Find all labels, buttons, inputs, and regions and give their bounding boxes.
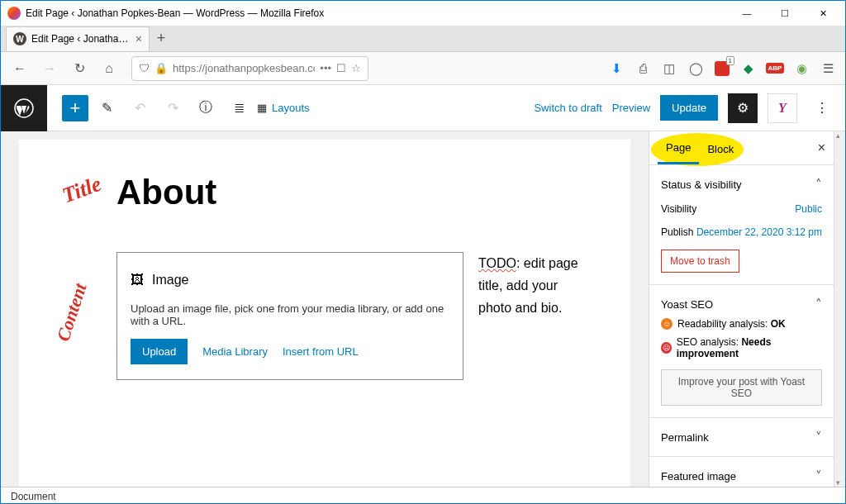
readability-dot-icon: ☺ <box>661 318 673 330</box>
browser-tabs: W Edit Page ‹ Jonathan Popkes-B × + <box>1 26 845 52</box>
edit-modes-button[interactable]: ✎ <box>92 93 121 123</box>
chevron-down-icon: ˅ <box>815 430 822 445</box>
more-options-button[interactable]: ⋮ <box>807 93 837 123</box>
layouts-button[interactable]: ▦Layouts <box>257 102 310 114</box>
download-icon[interactable]: ⬇ <box>606 58 627 79</box>
shield-icon[interactable]: 🛡 <box>139 62 150 74</box>
tab-block[interactable]: Block <box>699 133 742 164</box>
account-icon[interactable]: ◯ <box>685 58 706 79</box>
reader-icon[interactable]: ☐ <box>336 62 346 74</box>
todo-label: TODO <box>478 256 516 270</box>
vertical-scrollbar[interactable] <box>834 131 845 487</box>
chevron-up-icon: ˄ <box>815 177 822 192</box>
redo-button[interactable]: ↷ <box>158 93 188 123</box>
tab-label: Edit Page ‹ Jonathan Popkes-B <box>31 33 131 45</box>
window-maximize[interactable]: ☐ <box>766 2 804 25</box>
window-minimize[interactable]: — <box>728 2 766 25</box>
chevron-down-icon: ˅ <box>815 468 822 483</box>
url-input[interactable] <box>173 62 315 74</box>
hamburger-menu[interactable]: ☰ <box>817 58 839 79</box>
chevron-up-icon: ˄ <box>815 297 822 311</box>
window-title: Edit Page ‹ Jonathan Popkes-Bean — WordP… <box>26 7 728 19</box>
readability-value: OK <box>771 318 786 330</box>
undo-button[interactable]: ↶ <box>125 93 154 123</box>
switch-to-draft[interactable]: Switch to draft <box>534 102 601 114</box>
extension-icon-1[interactable]: 1 <box>711 58 733 79</box>
settings-gear-button[interactable]: ⚙ <box>728 93 758 123</box>
library-icon[interactable]: ⎙ <box>632 58 654 79</box>
url-bar[interactable]: 🛡 🔒 ••• ☐ ☆ <box>131 56 368 81</box>
more-icon[interactable]: ••• <box>320 62 331 74</box>
image-icon: 🖼 <box>131 273 144 288</box>
browser-navbar: ← → ↻ ⌂ 🛡 🔒 ••• ☐ ☆ ⬇ ⎙ ◫ ◯ 1 ◆ ABP ◉ ☰ <box>1 52 845 85</box>
paragraph-block[interactable]: TODO: edit page title, add your photo an… <box>478 252 586 380</box>
permalink-panel[interactable]: Permalink ˅ <box>661 430 822 445</box>
info-button[interactable]: ⓘ <box>191 93 221 123</box>
sidebar-icon[interactable]: ◫ <box>658 58 680 79</box>
wp-toolbar: + ✎ ↶ ↷ ⓘ ≣ ▦Layouts Switch to draft Pre… <box>1 85 845 131</box>
tab-close-icon[interactable]: × <box>135 32 142 45</box>
publish-value[interactable]: December 22, 2020 3:12 pm <box>696 226 822 238</box>
visibility-label: Visibility <box>661 203 696 215</box>
window-titlebar: Edit Page ‹ Jonathan Popkes-Bean — WordP… <box>1 1 845 26</box>
window-close[interactable]: ✕ <box>804 2 842 25</box>
wordpress-favicon: W <box>13 32 26 45</box>
visibility-value[interactable]: Public <box>795 203 822 215</box>
editor-canvas-area: Title Content About 🖼 Image Upload an im… <box>1 131 649 487</box>
image-block-desc: Upload an image file, pick one from your… <box>131 302 449 327</box>
image-block-heading: Image <box>152 273 188 288</box>
update-button[interactable]: Update <box>660 95 718 121</box>
forward-button[interactable]: → <box>37 56 62 81</box>
improve-yoast-button[interactable]: Improve your post with Yoast SEO <box>661 369 822 406</box>
move-to-trash-button[interactable]: Move to trash <box>661 250 739 273</box>
extension-icon-2[interactable]: ◆ <box>738 58 759 79</box>
tab-page[interactable]: Page <box>658 131 699 164</box>
image-block[interactable]: 🖼 Image Upload an image file, pick one f… <box>116 252 463 380</box>
lock-icon: 🔒 <box>154 62 168 74</box>
back-button[interactable]: ← <box>7 56 32 81</box>
status-text: Document <box>11 491 56 502</box>
media-library-link[interactable]: Media Library <box>202 345 268 358</box>
new-tab-button[interactable]: + <box>150 27 173 50</box>
home-button[interactable]: ⌂ <box>97 56 121 81</box>
browser-tab[interactable]: W Edit Page ‹ Jonathan Popkes-B × <box>6 26 150 51</box>
bookmark-icon[interactable]: ☆ <box>351 62 361 74</box>
sidebar-close-icon[interactable]: × <box>818 140 825 155</box>
yoast-button[interactable]: Y <box>768 93 797 123</box>
adblock-icon[interactable]: ABP <box>764 58 786 79</box>
page-title[interactable]: About <box>116 173 614 212</box>
outline-button[interactable]: ≣ <box>224 93 254 123</box>
featured-image-panel[interactable]: Featured image ˅ <box>661 468 822 483</box>
add-block-button[interactable]: + <box>62 95 88 121</box>
annotation-title: Title <box>59 172 104 209</box>
seo-dot-icon: ☹ <box>661 342 672 354</box>
upload-button[interactable]: Upload <box>131 339 188 364</box>
extension-icon-3[interactable]: ◉ <box>791 58 812 79</box>
yoast-seo-panel[interactable]: Yoast SEO ˄ <box>661 297 822 311</box>
insert-from-url-link[interactable]: Insert from URL <box>283 345 359 358</box>
preview-button[interactable]: Preview <box>612 102 650 114</box>
firefox-icon <box>7 7 21 20</box>
wordpress-logo[interactable] <box>1 85 47 131</box>
annotation-content: Content <box>53 281 92 345</box>
settings-sidebar: Page Block × Status & visibility ˄ Visib… <box>649 131 834 487</box>
status-visibility-panel[interactable]: Status & visibility ˄ <box>661 177 822 192</box>
reload-button[interactable]: ↻ <box>67 56 92 81</box>
publish-label: Publish <box>661 226 693 238</box>
